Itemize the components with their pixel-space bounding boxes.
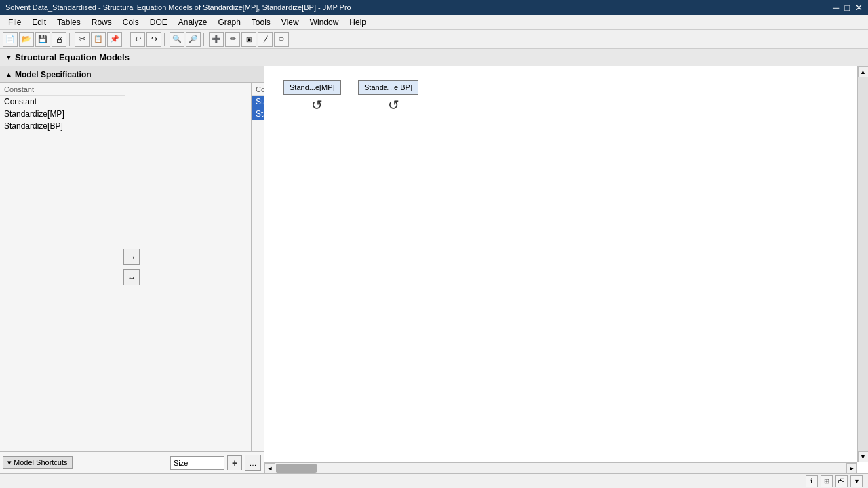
menu-analyze[interactable]: Analyze: [173, 16, 213, 28]
hscroll-right[interactable]: ►: [846, 463, 857, 474]
node-mp[interactable]: Stand...e[MP]: [283, 80, 341, 95]
list-item-standardize-bp[interactable]: Standardize[BP]: [0, 120, 125, 132]
toolbar-add[interactable]: ➕: [209, 32, 224, 47]
menu-edit[interactable]: Edit: [26, 16, 52, 28]
toolbar-oval[interactable]: ⬭: [274, 32, 289, 47]
toolbar-undo[interactable]: ↩: [130, 32, 145, 47]
menu-tables[interactable]: Tables: [52, 16, 86, 28]
node-mp-label: Stand...e[MP]: [290, 83, 335, 92]
variables-column: Constant Constant Standardize[MP] Standa…: [0, 83, 125, 451]
menu-bar: File Edit Tables Rows Cols DOE Analyze G…: [0, 15, 868, 30]
toolbar-zoom[interactable]: 🔎: [186, 32, 201, 47]
menu-file[interactable]: File: [3, 16, 26, 28]
toolbar-cut[interactable]: ✂: [75, 32, 90, 47]
menu-view[interactable]: View: [276, 16, 304, 28]
transfer-buttons: → ↔: [123, 249, 140, 285]
toolbar-new[interactable]: 📄: [3, 32, 18, 47]
left-panel-bottom: ▾ Model Shortcuts + … Add latent variabl…: [0, 451, 264, 473]
diagram-vscrollbar[interactable]: ▲ ▼: [857, 66, 868, 462]
model-shortcuts-button[interactable]: ▾ Model Shortcuts: [3, 456, 73, 469]
list-item-selected-bp[interactable]: Standardize[BP]: [252, 108, 264, 120]
toolbar-copy[interactable]: 📋: [91, 32, 106, 47]
menu-tools[interactable]: Tools: [246, 16, 276, 28]
left-panel: ▲ Model Specification Constant Constant …: [0, 66, 264, 473]
window-title: Solvent Data_Standardised - Structural E…: [5, 3, 351, 12]
panel-title: Structural Equation Models: [15, 52, 130, 62]
hscroll-thumb[interactable]: [276, 464, 317, 473]
diagram-area[interactable]: Stand...e[MP] ↺ Standa...e[BP] ↺ ▲ ▼ ◄: [264, 66, 868, 473]
arrow-right-button[interactable]: →: [123, 249, 140, 265]
selected-variables-column: Constant Standardize[MP] Standardize[BP]: [251, 83, 264, 451]
self-loop-bp: ↺: [370, 97, 417, 113]
title-bar: Solvent Data_Standardised - Structural E…: [0, 0, 868, 15]
model-shortcuts-label: ▾ Model Shortcuts: [7, 458, 68, 467]
close-button[interactable]: ✕: [855, 3, 863, 13]
arrow-bidir-button[interactable]: ↔: [123, 269, 140, 285]
panel-collapse-triangle[interactable]: ▼: [5, 54, 12, 61]
vscroll-up[interactable]: ▲: [858, 66, 869, 77]
col-right-header: Constant: [252, 84, 264, 96]
info-button[interactable]: ℹ: [806, 475, 818, 487]
toolbar-draw[interactable]: ✏: [225, 32, 240, 47]
toolbar-sep3: [164, 33, 167, 46]
col-left-header: Constant: [0, 84, 125, 96]
menu-window[interactable]: Window: [304, 16, 344, 28]
minimize-button[interactable]: ─: [833, 3, 839, 13]
panel-header: ▼ Structural Equation Models: [0, 49, 868, 66]
toolbar-open[interactable]: 📂: [19, 32, 34, 47]
list-item-standardize-mp[interactable]: Standardize[MP]: [0, 108, 125, 120]
window-controls: ─ □ ✕: [833, 3, 863, 13]
vscroll-down[interactable]: ▼: [858, 451, 869, 462]
menu-cols[interactable]: Cols: [117, 16, 144, 28]
content-area: ▲ Model Specification Constant Constant …: [0, 66, 868, 473]
model-spec-title: Model Specification: [15, 70, 92, 79]
more-options-button[interactable]: …: [245, 455, 261, 471]
toolbar-print[interactable]: 🖨: [52, 32, 66, 47]
toolbar-redo[interactable]: ↪: [146, 32, 161, 47]
hscroll-track[interactable]: [275, 463, 846, 474]
list-item-selected-mp[interactable]: Standardize[MP]: [252, 96, 264, 108]
menu-doe[interactable]: DOE: [144, 16, 173, 28]
size-input[interactable]: [170, 456, 224, 470]
hscroll-left[interactable]: ◄: [264, 463, 275, 474]
menu-rows[interactable]: Rows: [86, 16, 117, 28]
menu-help[interactable]: Help: [344, 16, 372, 28]
diagram-hscrollbar[interactable]: ◄ ►: [264, 462, 857, 473]
columns-area: Constant Constant Standardize[MP] Standa…: [0, 83, 264, 451]
node-bp[interactable]: Standa...e[BP]: [358, 80, 418, 95]
model-spec-header: ▲ Model Specification: [0, 66, 264, 83]
toolbar-find[interactable]: 🔍: [170, 32, 184, 47]
graph-view-button[interactable]: ⊞: [821, 475, 833, 487]
toolbar-sep2: [125, 33, 127, 46]
toolbar-line[interactable]: ╱: [258, 32, 273, 47]
more-status-button[interactable]: ▾: [850, 475, 863, 487]
toolbar-save[interactable]: 💾: [35, 32, 50, 47]
maximize-button[interactable]: □: [844, 3, 850, 13]
toolbar-sep1: [69, 33, 72, 46]
status-bar: ℹ ⊞ 🗗 ▾: [0, 473, 868, 488]
window-view-button[interactable]: 🗗: [835, 475, 848, 487]
node-bp-label: Standa...e[BP]: [364, 83, 412, 92]
toolbar-paste[interactable]: 📌: [107, 32, 122, 47]
toolbar-sep4: [203, 33, 206, 46]
self-loop-mp: ↺: [293, 97, 340, 113]
list-item-constant[interactable]: Constant: [0, 96, 125, 108]
vscroll-track[interactable]: [858, 77, 868, 451]
model-spec-triangle[interactable]: ▲: [5, 70, 12, 78]
main-area: ▼ Structural Equation Models ▲ Model Spe…: [0, 49, 868, 473]
add-latent-button[interactable]: +: [227, 455, 242, 470]
toolbar: 📄 📂 💾 🖨 ✂ 📋 📌 ↩ ↪ 🔍 🔎 ➕ ✏ ▣ ╱ ⬭: [0, 30, 868, 49]
toolbar-rect[interactable]: ▣: [241, 32, 256, 47]
menu-graph[interactable]: Graph: [212, 16, 245, 28]
